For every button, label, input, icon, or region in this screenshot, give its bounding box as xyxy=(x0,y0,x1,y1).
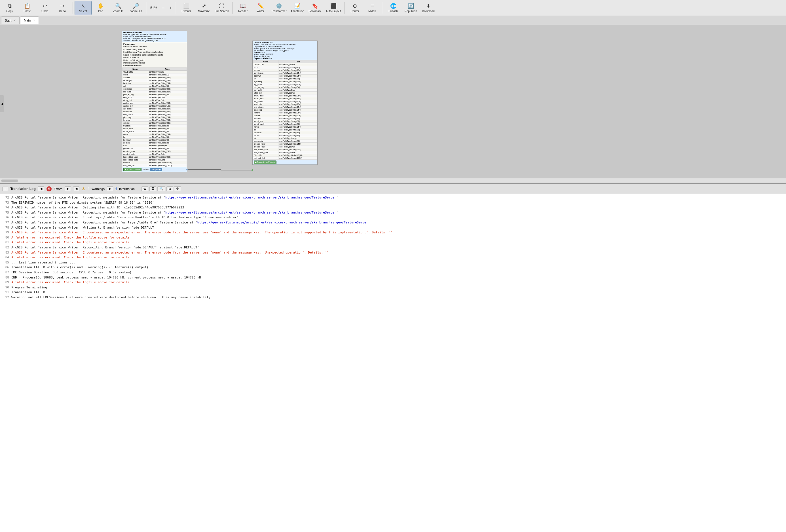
log-close-button[interactable]: − xyxy=(2,187,8,191)
paste-icon: 📋 xyxy=(24,3,30,9)
table-row: skadestatesriFieldTypeString(254) xyxy=(122,110,187,113)
paste-button[interactable]: 📋 Paste xyxy=(19,1,36,15)
log-prev-warn-button[interactable]: ◀ xyxy=(73,186,79,191)
log-url-link[interactable]: https://geo.eskilstuna.se/arcgis/rest/se… xyxy=(165,211,336,214)
table-row: namnesriFieldTypeString(254) xyxy=(122,133,187,136)
center-button[interactable]: ⊙ Center xyxy=(347,1,364,15)
undo-button[interactable]: ↩ Undo xyxy=(36,1,53,15)
table-row: pub_ar_orgesriFieldTypeString(54) xyxy=(253,86,317,89)
select-button[interactable]: ↖ Select xyxy=(74,1,92,15)
undo-icon: ↩ xyxy=(43,3,47,9)
maximize-icon: ⤢ xyxy=(202,3,206,9)
table-row: created_dateesriFieldTypeDate xyxy=(253,145,317,148)
auto-layout-button[interactable]: ⬛ Auto-Layout xyxy=(324,1,343,15)
writer-attributes-table: NameType OBJECTIDesriFieldTypeOIDddddesr… xyxy=(253,60,317,160)
zoom-pct-button[interactable]: 51% xyxy=(148,1,159,15)
tab-main[interactable]: Main ✕ xyxy=(20,17,39,24)
zoom-out-icon: 🔎 xyxy=(133,3,139,9)
log-content[interactable]: 72ArcGIS Portal Feature Service Writer: … xyxy=(0,194,786,532)
copy-icon: ⧉ xyxy=(8,3,11,9)
tab-start[interactable]: Start ✕ xyxy=(1,17,20,24)
transformer-button[interactable]: ⚙️ Transformer xyxy=(270,1,288,15)
download-icon: ⬇ xyxy=(426,3,431,9)
table-row: placeringesriFieldTypeString(254) xyxy=(122,116,187,118)
log-line: 74ArcGIS Portal Feature Service Writer: … xyxy=(2,205,784,210)
horizontal-scrollbar[interactable] xyxy=(0,178,786,183)
info-icon: ℹ xyxy=(115,187,117,191)
canvas-area[interactable]: ◀ General Parameters: Reader Type: Esri … xyxy=(0,25,786,183)
reader-node[interactable]: General Parameters: Reader Type: Esri Ar… xyxy=(122,31,187,172)
toolbar: ⧉ Copy 📋 Paste ↩ Undo ↪ Redo ↖ Select ✋ … xyxy=(0,0,786,16)
log-line: 81A fatal error has occurred. Check the … xyxy=(2,240,784,245)
maximize-button[interactable]: ⤢ Maximize xyxy=(195,1,212,15)
sampler-btn[interactable]: Sampler ▶ xyxy=(150,168,162,171)
table-row: und_statusesriFieldTypeString(254) xyxy=(253,106,317,109)
annotation-button[interactable]: 📝 Annotation xyxy=(289,1,306,15)
zoom-minus-button[interactable]: − xyxy=(160,1,167,15)
log-settings-button[interactable]: ⚙ xyxy=(174,186,181,191)
download-button[interactable]: ⬇ Download xyxy=(420,1,437,15)
table-row: geometrinresriFieldTypeString(80) xyxy=(253,140,317,143)
republish-button[interactable]: 🔄 Republish xyxy=(402,1,419,15)
tab-main-close[interactable]: ✕ xyxy=(33,19,35,22)
connection-lines xyxy=(0,25,786,183)
reader-button[interactable]: 📖 Reader xyxy=(234,1,252,15)
table-row: aaaaaaesriFieldTypeString(254) xyxy=(122,76,187,79)
reader-attributes-table: NameType OBJECTIDesriFieldTypeOIDddddesr… xyxy=(122,68,187,167)
table-row: GlobalIDesriFieldTypeGlobalID(38) xyxy=(122,161,187,164)
log-url-link[interactable]: https://geo.eskilstuna.se/arcgis/rest/se… xyxy=(165,196,336,199)
table-row: namnesriFieldTypeString(254) xyxy=(253,125,317,129)
hscroll-thumb[interactable] xyxy=(1,180,18,182)
log-prev-error-button[interactable]: ◀ xyxy=(38,186,44,191)
bookmark-button[interactable]: 🔖 Bookmark xyxy=(306,1,324,15)
log-filter-button[interactable]: ⊟ xyxy=(166,186,173,191)
writer-button[interactable]: ✏️ Writer xyxy=(252,1,269,15)
svg-point-4 xyxy=(252,169,253,171)
table-row: inmat_madfesriFieldTypeString(80) xyxy=(122,130,187,133)
log-line: 90Program Terminating xyxy=(2,285,784,290)
middle-button[interactable]: ≡ Middle xyxy=(364,1,381,15)
reader-port-btn[interactable]: ▶ Formm...unkter xyxy=(123,168,141,171)
reader-icon: 📖 xyxy=(240,3,246,9)
table-row: ing_lamnesriFieldTypeString(254) xyxy=(122,90,187,93)
extents-icon: ⬜ xyxy=(183,3,189,9)
left-panel-handle[interactable]: ◀ xyxy=(0,95,4,112)
table-row: egenskapesriFieldTypeString(206) xyxy=(122,87,187,90)
table-row: orienteresriFieldTypeString(228) xyxy=(253,114,317,117)
extents-button[interactable]: ⬜ Extents xyxy=(178,1,195,15)
table-row: kommunesriFieldTypeString(80) xyxy=(122,138,187,141)
log-next-warn-button[interactable]: ▶ xyxy=(107,186,113,191)
table-row: last_edited_dateesriFieldTypeDate xyxy=(253,151,317,154)
log-line: 73The ESRIWKID number of the FME coordin… xyxy=(2,200,784,205)
log-search-button[interactable]: 🔍 xyxy=(157,186,165,191)
fullscreen-button[interactable]: ⛶ Full Screen xyxy=(213,1,231,15)
republish-icon: 🔄 xyxy=(408,3,414,9)
tab-start-close[interactable]: ✕ xyxy=(14,19,16,22)
log-word-wrap-button[interactable]: W xyxy=(141,186,148,191)
log-line: 92Warning: not all FMESessions that were… xyxy=(2,295,784,300)
copy-button[interactable]: ⧉ Copy xyxy=(1,1,18,15)
fullscreen-icon: ⛶ xyxy=(219,3,224,9)
table-row: sockenesriFieldTypeString(80) xyxy=(253,134,317,137)
table-row: pub_ar_orgesriFieldTypeString(54) xyxy=(122,93,187,96)
table-row: orienteresriFieldTypeString(228) xyxy=(122,121,187,124)
table-row: last_edited_useresriFieldTypeString(255) xyxy=(253,148,317,151)
table-row: ing_lamnesriFieldTypeString(254) xyxy=(253,83,317,86)
table-row: akt_statusesriFieldTypeString(254) xyxy=(253,100,317,103)
writer-node[interactable]: General Parameters: Writer Type: Esri Ar… xyxy=(252,41,318,165)
table-row: ruinesriFieldTypeInteger xyxy=(253,137,317,140)
log-line: 79ArcGIS Portal Feature Service Writer: … xyxy=(2,230,784,235)
writer-port-btn[interactable]: ▶ FormminnenPunkter xyxy=(254,161,276,164)
log-url-link[interactable]: https://geo.eskilstuna.se/arcgis/rest/se… xyxy=(198,221,368,224)
pan-button[interactable]: ✋ Pan xyxy=(92,1,109,15)
table-row: antiku_badesriFieldTypeString(254) xyxy=(253,94,317,97)
zoom-in-button[interactable]: 🔍 Zoom In xyxy=(110,1,127,15)
zoom-plus-button[interactable]: + xyxy=(167,1,174,15)
publish-button[interactable]: 🌐 Publish xyxy=(385,1,402,15)
table-row: ddddesriFieldTypeString(11) xyxy=(253,66,317,69)
log-next-error-button[interactable]: ▶ xyxy=(65,186,71,191)
table-row: aaaaaaesriFieldTypeString(254) xyxy=(253,69,317,72)
zoom-out-button[interactable]: 🔎 Zoom Out xyxy=(127,1,144,15)
log-list-button[interactable]: ☰ xyxy=(149,186,156,191)
redo-button[interactable]: ↪ Redo xyxy=(54,1,71,15)
